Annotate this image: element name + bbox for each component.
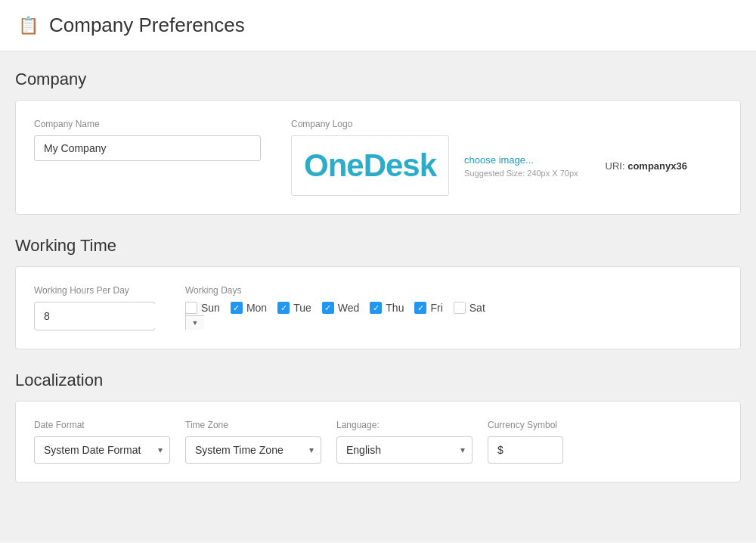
localization-fields: Date Format System Date FormatMM/DD/YYYY… (34, 420, 722, 464)
days-row: SunMonTueWedThuFriSat (185, 302, 485, 314)
day-item-sun[interactable]: Sun (185, 302, 220, 314)
working-time-title: Working Time (15, 236, 741, 256)
company-section-title: Company (15, 70, 741, 89)
currency-label: Currency Symbol (488, 420, 563, 430)
time-zone-select-wrap: System Time ZoneUTCUS/EasternUS/Pacific (185, 436, 321, 464)
uri-info: URI: companyx36 (606, 160, 687, 172)
company-section: Company Company Name Company Logo OneDes… (15, 70, 741, 215)
day-label-thu: Thu (386, 302, 404, 314)
localization-section: Localization Date Format System Date For… (15, 371, 741, 482)
day-checkbox-thu[interactable] (370, 302, 382, 314)
uri-label: URI: (606, 160, 625, 172)
day-label-fri: Fri (430, 302, 442, 314)
day-item-mon[interactable]: Mon (231, 302, 267, 314)
date-format-label: Date Format (34, 420, 170, 430)
day-checkbox-sun[interactable] (185, 302, 197, 314)
company-logo-group: Company Logo OneDesk choose image... Sug… (291, 119, 687, 196)
logo-container: OneDesk (291, 135, 449, 196)
company-fields: Company Name Company Logo OneDesk choose… (34, 119, 722, 196)
day-item-tue[interactable]: Tue (277, 302, 311, 314)
day-label-wed: Wed (338, 302, 360, 314)
localization-title: Localization (15, 371, 741, 390)
hours-label: Working Hours Per Day (34, 285, 155, 296)
working-time-fields: Working Hours Per Day ▲ ▼ Working Days S… (34, 285, 722, 330)
page-content: Company Company Name Company Logo OneDes… (0, 51, 756, 541)
date-format-group: Date Format System Date FormatMM/DD/YYYY… (34, 420, 170, 464)
working-days-label: Working Days (185, 285, 485, 296)
date-format-select[interactable]: System Date FormatMM/DD/YYYYDD/MM/YYYYYY… (34, 436, 170, 464)
time-zone-label: Time Zone (185, 420, 321, 430)
day-item-fri[interactable]: Fri (414, 302, 442, 314)
company-name-input[interactable] (34, 135, 261, 161)
day-checkbox-mon[interactable] (231, 302, 243, 314)
working-time-card: Working Hours Per Day ▲ ▼ Working Days S… (15, 266, 741, 349)
localization-card: Date Format System Date FormatMM/DD/YYYY… (15, 401, 741, 482)
page-header: 📋 Company Preferences (0, 0, 756, 51)
date-format-select-wrap: System Date FormatMM/DD/YYYYDD/MM/YYYYYY… (34, 436, 170, 464)
working-time-section: Working Time Working Hours Per Day ▲ ▼ (15, 236, 741, 349)
day-checkbox-fri[interactable] (414, 302, 426, 314)
day-item-thu[interactable]: Thu (370, 302, 404, 314)
spinner-down-button[interactable]: ▼ (186, 316, 204, 330)
language-label: Language: (336, 420, 472, 430)
page-icon: 📋 (18, 16, 39, 36)
logo-area: OneDesk choose image... Suggested Size: … (291, 135, 687, 196)
currency-input[interactable] (488, 436, 563, 464)
logo-image: OneDesk (304, 147, 436, 184)
day-checkbox-wed[interactable] (322, 302, 334, 314)
time-zone-group: Time Zone System Time ZoneUTCUS/EasternU… (185, 420, 321, 464)
day-checkbox-tue[interactable] (277, 302, 290, 314)
time-zone-select[interactable]: System Time ZoneUTCUS/EasternUS/Pacific (185, 436, 321, 464)
day-label-tue: Tue (293, 302, 311, 314)
choose-image-link[interactable]: choose image... (464, 154, 578, 166)
day-label-sat: Sat (469, 302, 485, 314)
language-select-wrap: EnglishFrenchSpanishGerman (336, 436, 472, 464)
language-select[interactable]: EnglishFrenchSpanishGerman (336, 436, 472, 464)
language-group: Language: EnglishFrenchSpanishGerman (336, 420, 472, 464)
company-name-label: Company Name (34, 119, 261, 129)
day-item-wed[interactable]: Wed (322, 302, 360, 314)
logo-actions: choose image... Suggested Size: 240px X … (464, 154, 578, 178)
day-label-mon: Mon (246, 302, 267, 314)
page-title: Company Preferences (49, 14, 245, 37)
hours-per-day-group: Working Hours Per Day ▲ ▼ (34, 285, 155, 330)
hours-input[interactable] (35, 304, 185, 328)
day-checkbox-sat[interactable] (454, 302, 466, 314)
day-item-sat[interactable]: Sat (454, 302, 485, 314)
company-card: Company Name Company Logo OneDesk choose… (15, 100, 741, 215)
suggested-size-text: Suggested Size: 240px X 70px (464, 169, 578, 178)
day-label-sun: Sun (201, 302, 220, 314)
currency-group: Currency Symbol (488, 420, 563, 464)
company-name-group: Company Name (34, 119, 261, 161)
company-logo-label: Company Logo (291, 119, 687, 129)
uri-value: companyx36 (627, 160, 687, 172)
hours-spinner: ▲ ▼ (34, 302, 155, 330)
working-days-group: Working Days SunMonTueWedThuFriSat (185, 285, 485, 314)
